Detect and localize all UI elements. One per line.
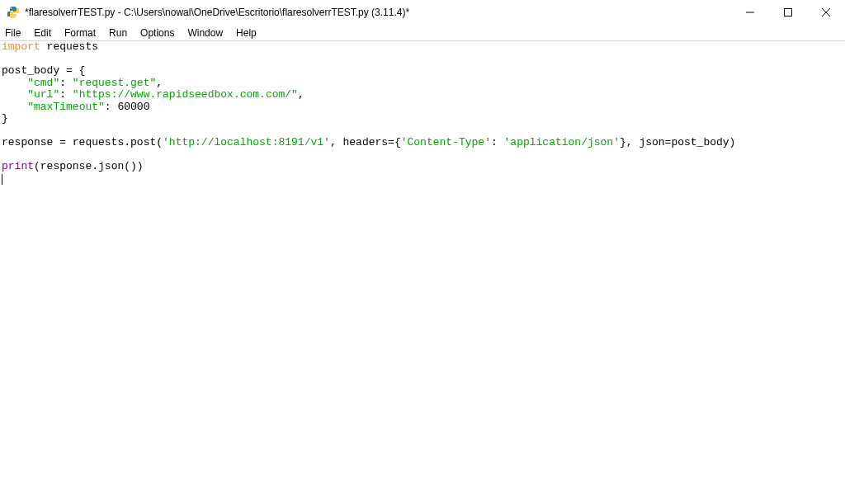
- code-token: }: [2, 112, 8, 125]
- menu-file[interactable]: File: [3, 26, 27, 40]
- menu-help[interactable]: Help: [229, 26, 263, 40]
- code-token: [2, 88, 27, 101]
- text-cursor: [2, 174, 2, 185]
- close-button[interactable]: [807, 0, 845, 25]
- code-token: 'http://localhost:8191/v1': [163, 136, 330, 148]
- code-token: "maxTimeout": [27, 101, 105, 113]
- svg-point-0: [11, 7, 12, 9]
- svg-rect-3: [785, 9, 792, 16]
- code-token: "request.get": [73, 77, 156, 89]
- code-token: :: [59, 88, 73, 101]
- code-token: 'application/json': [504, 136, 620, 148]
- code-token: ,: [298, 88, 304, 101]
- code-token: 60000: [117, 101, 149, 113]
- code-token: print: [2, 160, 34, 172]
- code-token: "url": [27, 88, 59, 101]
- code-token: "cmd": [27, 77, 59, 89]
- window-title: *flaresolverrTEST.py - C:\Users\nowal\On…: [25, 7, 731, 18]
- code-token: :: [105, 101, 118, 113]
- menu-window[interactable]: Window: [181, 26, 229, 40]
- app-icon: [7, 6, 20, 19]
- window-controls: [731, 0, 845, 25]
- code-token: :: [59, 77, 73, 89]
- code-token: (response.json()): [34, 160, 144, 172]
- code-token: , headers={: [330, 136, 401, 148]
- maximize-button[interactable]: [769, 0, 807, 25]
- code-token: :: [491, 136, 504, 148]
- code-token: ,: [156, 77, 163, 89]
- code-token: requests: [40, 41, 98, 53]
- svg-point-1: [15, 16, 17, 17]
- minimize-button[interactable]: [731, 0, 769, 25]
- menu-format[interactable]: Format: [58, 26, 102, 40]
- code-token: import: [2, 41, 40, 53]
- code-editor[interactable]: import requests post_body = { "cmd": "re…: [0, 41, 845, 504]
- code-token: post_body = {: [2, 64, 85, 77]
- code-token: "https://www.rapidseedbox.com.com/": [73, 88, 298, 101]
- menu-run[interactable]: Run: [102, 26, 134, 40]
- code-token: [2, 101, 27, 113]
- menu-options[interactable]: Options: [134, 26, 181, 40]
- titlebar: *flaresolverrTEST.py - C:\Users\nowal\On…: [0, 0, 845, 25]
- code-token: [2, 77, 27, 89]
- code-token: 'Content-Type': [401, 136, 491, 148]
- code-token: response = requests.post(: [2, 136, 163, 148]
- code-token: }, json=post_body): [620, 136, 735, 148]
- menu-edit[interactable]: Edit: [27, 26, 58, 40]
- menubar: File Edit Format Run Options Window Help: [0, 25, 845, 41]
